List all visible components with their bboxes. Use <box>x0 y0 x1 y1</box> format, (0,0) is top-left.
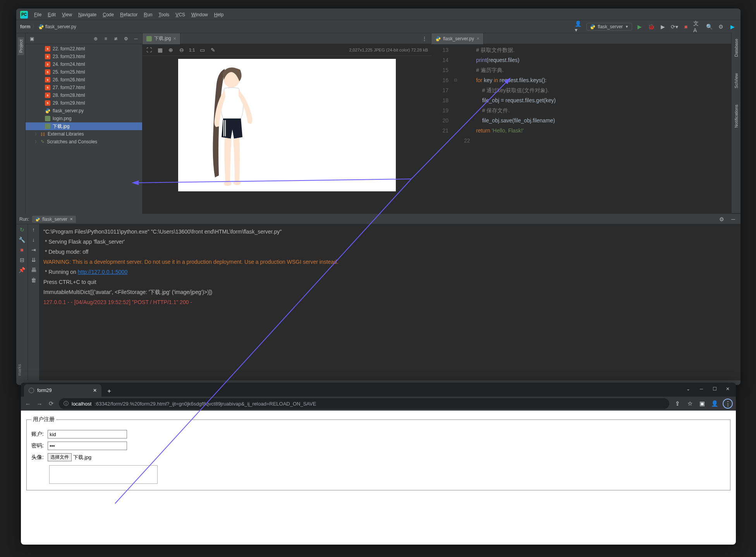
search-icon[interactable]: 🔍 <box>705 22 713 31</box>
stop-button[interactable]: ■ <box>682 22 690 31</box>
tree-file[interactable]: 525. form25.html <box>26 68 142 76</box>
forward-button[interactable]: → <box>36 401 43 407</box>
address-bar[interactable]: ⓘ localhost:63342/form/29.%20form29.html… <box>59 398 669 409</box>
run-config-selector[interactable]: flask_server ▼ <box>586 23 632 31</box>
menu-window[interactable]: Window <box>188 10 211 19</box>
menu-icon[interactable]: ⋮ <box>723 399 733 409</box>
zoom-level[interactable]: 1:1 <box>189 48 195 52</box>
profile-icon[interactable]: 👤 <box>710 400 719 407</box>
close-button[interactable]: ✕ <box>722 384 734 394</box>
maximize-button[interactable]: ☐ <box>709 384 720 394</box>
password-input[interactable] <box>48 442 127 450</box>
rerun-icon[interactable]: ↻ <box>20 227 24 233</box>
menu-navigate[interactable]: Navigate <box>75 10 100 19</box>
breadcrumb[interactable]: form 〉 flask_server.py <box>20 23 76 30</box>
debug-button[interactable]: 🐞 <box>647 22 655 31</box>
up-icon[interactable]: ↑ <box>32 227 35 233</box>
menu-tools[interactable]: Tools <box>155 10 172 19</box>
close-tab-icon[interactable]: ✕ <box>476 36 479 41</box>
hide-icon[interactable]: ─ <box>132 35 140 43</box>
breadcrumb-file[interactable]: flask_server.py <box>45 24 76 29</box>
tree-lib[interactable]: 〉⫿⫿External Libraries <box>26 130 142 138</box>
share-icon[interactable]: ⇪ <box>673 400 682 407</box>
minimize-button[interactable]: ─ <box>696 384 707 394</box>
zoom-in-icon[interactable]: ⊕ <box>167 47 174 53</box>
close-tab-icon[interactable]: ✕ <box>93 388 97 393</box>
menu-run[interactable]: Run <box>141 10 155 19</box>
notifications-tool-tab[interactable]: Notifications <box>733 102 739 130</box>
tree-file[interactable]: 522. form22.html <box>26 45 142 53</box>
run-settings-icon[interactable]: ⚙ <box>717 215 726 223</box>
console-output[interactable]: "C:\Program Files\Python31011\python.exe… <box>40 224 741 380</box>
submit-area[interactable] <box>49 465 158 484</box>
close-run-tab-icon[interactable]: ✕ <box>70 217 73 221</box>
tree-file[interactable]: 524. form24.html <box>26 60 142 68</box>
profile-button[interactable]: ⟳▾ <box>670 22 679 31</box>
reload-button[interactable]: ⟳ <box>47 400 55 407</box>
back-button[interactable]: ← <box>24 401 32 407</box>
new-tab-button[interactable]: + <box>104 386 115 397</box>
tree-lib[interactable]: 〉✎Scratches and Consoles <box>26 138 142 146</box>
gear-icon[interactable]: ⚙ <box>122 35 130 43</box>
project-view-icon[interactable]: ▣ <box>28 35 36 43</box>
menu-vcs[interactable]: VCS <box>172 10 188 19</box>
console-link[interactable]: http://127.0.0.1:5000 <box>78 269 127 275</box>
tree-file[interactable]: flask_server.py <box>26 107 142 115</box>
chevron-down-icon[interactable]: ⌄ <box>682 384 694 394</box>
settings-icon[interactable]: ⚙ <box>716 22 725 31</box>
menu-help[interactable]: Help <box>211 10 227 19</box>
wrench-icon[interactable]: 🔧 <box>19 237 25 243</box>
menu-edit[interactable]: Edit <box>45 10 59 19</box>
fullscreen-icon[interactable]: ⛶ <box>146 47 153 53</box>
run-tab[interactable]: flask_server ✕ <box>32 216 76 223</box>
close-tab-icon[interactable]: ✕ <box>173 36 176 41</box>
locate-icon[interactable]: ⊕ <box>92 35 100 43</box>
translate-icon[interactable]: 文A <box>693 22 702 31</box>
zoom-out-icon[interactable]: ⊖ <box>178 47 185 53</box>
pin-icon[interactable]: 📌 <box>19 267 25 273</box>
fit-icon[interactable]: ▭ <box>199 47 206 53</box>
tree-file[interactable]: login.png <box>26 115 142 122</box>
database-tool-tab[interactable]: Database <box>733 36 739 59</box>
user-icon[interactable]: 👤▾ <box>575 22 583 31</box>
code-editor[interactable]: ✔ 131415161718192021 ⊟ # 获取文件数据. print(r… <box>431 44 740 214</box>
learn-icon[interactable]: ▶ <box>728 22 737 31</box>
menu-view[interactable]: View <box>59 10 75 19</box>
coverage-button[interactable]: ▶ <box>658 22 667 31</box>
tree-file[interactable]: 下载.jpg <box>26 122 142 130</box>
star-icon[interactable]: ☆ <box>686 400 694 407</box>
print-icon[interactable]: 🖶 <box>31 267 36 273</box>
tree-file[interactable]: 528. form28.html <box>26 91 142 99</box>
info-icon[interactable]: ⓘ <box>64 400 69 407</box>
eyedropper-icon[interactable]: ✎ <box>210 47 216 53</box>
grid-icon[interactable]: ▦ <box>156 47 163 53</box>
tree-file[interactable]: 526. form26.html <box>26 76 142 84</box>
collapse-icon[interactable]: ≢ <box>112 35 120 43</box>
run-button[interactable]: ▶ <box>635 22 644 31</box>
tab-more-icon[interactable]: ⋮ <box>420 34 429 43</box>
account-input[interactable] <box>48 430 127 438</box>
scroll-icon[interactable]: ⇊ <box>31 257 36 263</box>
editor-tab-image[interactable]: 下载.jpg ✕ <box>143 33 180 44</box>
sciview-tool-tab[interactable]: SciView <box>733 71 739 91</box>
project-tool-tab[interactable]: Project <box>18 37 24 55</box>
run-hide-icon[interactable]: ─ <box>729 215 737 223</box>
delete-icon[interactable]: 🗑 <box>31 277 36 283</box>
project-tree[interactable]: 522. form22.html523. form23.html524. for… <box>26 44 142 214</box>
browser-tab[interactable]: form29 ✕ <box>24 384 101 397</box>
menu-file[interactable]: File <box>31 10 45 19</box>
extensions-icon[interactable]: ▣ <box>698 400 706 407</box>
tree-file[interactable]: 527. form27.html <box>26 84 142 91</box>
bookmarks-tool-tab[interactable]: marks <box>16 363 22 377</box>
menu-refactor[interactable]: Refactor <box>117 10 141 19</box>
editor-tab-code[interactable]: flask_server.py ✕ <box>431 33 484 44</box>
breadcrumb-root[interactable]: form <box>20 24 31 29</box>
layout-icon[interactable]: ⊟ <box>20 257 24 263</box>
menu-code[interactable]: Code <box>100 10 117 19</box>
down-icon[interactable]: ↓ <box>32 237 35 243</box>
tree-file[interactable]: 523. form23.html <box>26 53 142 60</box>
wrap-icon[interactable]: ⇥ <box>31 247 36 253</box>
expand-icon[interactable]: ≡ <box>102 35 110 43</box>
choose-file-button[interactable]: 选择文件 <box>48 453 72 461</box>
tree-file[interactable]: 529. form29.html <box>26 99 142 107</box>
